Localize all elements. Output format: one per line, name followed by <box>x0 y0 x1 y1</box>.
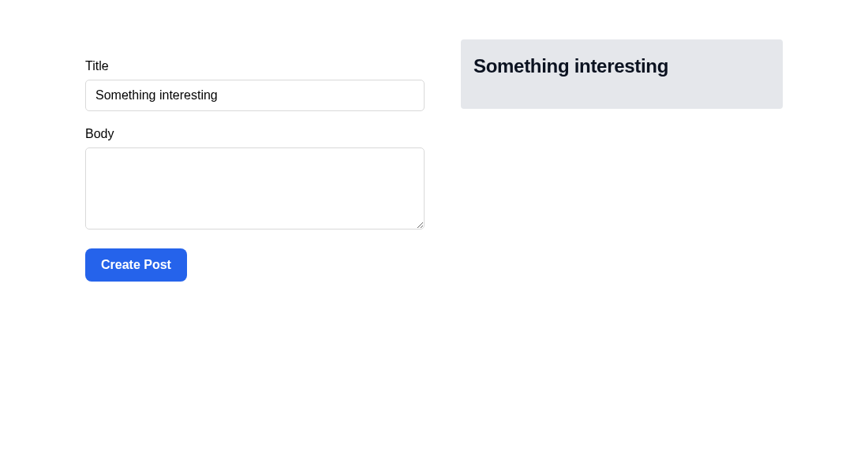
title-label: Title <box>85 59 425 73</box>
body-group: Body <box>85 127 425 233</box>
title-group: Title <box>85 59 425 111</box>
title-input[interactable] <box>85 80 425 111</box>
preview-column: Something interesting <box>461 39 783 282</box>
post-editor-container: Title Body Create Post Something interes… <box>85 39 783 282</box>
body-textarea[interactable] <box>85 147 425 230</box>
create-post-button[interactable]: Create Post <box>85 248 187 282</box>
preview-title: Something interesting <box>473 55 770 77</box>
preview-card: Something interesting <box>461 39 783 109</box>
form-column: Title Body Create Post <box>85 39 425 282</box>
body-label: Body <box>85 127 425 141</box>
